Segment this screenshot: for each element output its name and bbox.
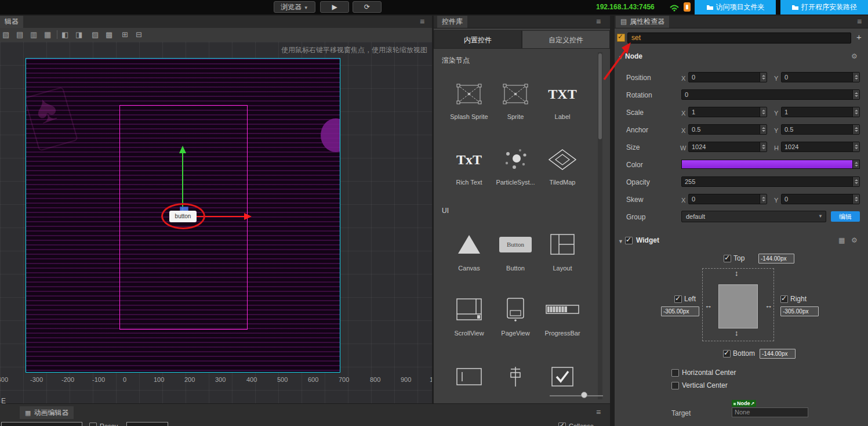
size-w-input[interactable]: 1024 bbox=[688, 142, 767, 152]
library-item-pageview[interactable] bbox=[493, 293, 537, 326]
library-item-tiledmap[interactable] bbox=[540, 143, 584, 176]
library-item-scrollview[interactable] bbox=[447, 293, 491, 326]
library-item-button[interactable]: Button bbox=[493, 228, 537, 261]
browser-dropdown[interactable]: 浏览器 ▼ bbox=[274, 1, 315, 13]
stepper[interactable] bbox=[852, 90, 859, 99]
position-y-input[interactable]: 0 bbox=[781, 72, 860, 82]
library-item-toggle[interactable] bbox=[540, 360, 584, 393]
group-edit-button[interactable]: 编辑 bbox=[831, 211, 860, 222]
vertical-center-checkbox[interactable] bbox=[671, 382, 679, 389]
group-dropdown[interactable]: default▼ bbox=[681, 211, 826, 222]
library-item-rich-text[interactable]: TxT bbox=[447, 143, 491, 176]
target-drop-field[interactable]: None bbox=[732, 407, 808, 417]
position-x-input[interactable]: 0 bbox=[688, 72, 767, 82]
scene-tool-icon-1[interactable]: ▧ bbox=[2, 30, 9, 39]
library-item-label[interactable]: TXT bbox=[540, 77, 584, 111]
scene-tool-icon-3[interactable]: ▥ bbox=[30, 30, 37, 39]
library-item-slider[interactable] bbox=[493, 360, 537, 393]
design-canvas[interactable]: ♠ button bbox=[26, 58, 340, 373]
scale-y-input[interactable]: 1 bbox=[781, 107, 860, 117]
animation-option-field[interactable] bbox=[126, 422, 168, 426]
color-swatch[interactable] bbox=[681, 160, 860, 169]
animation-panel-menu-icon[interactable]: ≡ bbox=[596, 408, 601, 416]
add-icon[interactable]: + bbox=[856, 33, 862, 41]
anchor-y-input[interactable]: 0.5 bbox=[781, 124, 860, 135]
animation-clip-field[interactable] bbox=[1, 422, 82, 426]
help-doc-icon[interactable]: ▦ bbox=[838, 236, 845, 244]
scene-tool-icon-2[interactable]: ▤ bbox=[16, 30, 23, 39]
library-item-progressbar[interactable] bbox=[540, 293, 584, 326]
library-panel-menu-icon[interactable]: ≡ bbox=[596, 17, 601, 26]
node-active-checkbox[interactable] bbox=[617, 34, 625, 42]
node-section-caret-icon[interactable]: ▼ bbox=[618, 53, 623, 62]
scene-tool-icon-7[interactable]: ▨ bbox=[92, 30, 99, 39]
scene-tool-icon-4[interactable]: ▦ bbox=[44, 30, 51, 39]
widget-right-value[interactable]: -305.00px bbox=[780, 306, 819, 316]
library-item-particlesystem[interactable] bbox=[493, 143, 537, 176]
inspector-panel-menu-icon[interactable]: ≡ bbox=[857, 17, 862, 26]
collapse-checkbox[interactable] bbox=[558, 423, 566, 426]
widget-enabled-checkbox[interactable] bbox=[625, 237, 633, 244]
control-library-tab[interactable]: 控件库 bbox=[437, 16, 467, 28]
tab-builtin-controls[interactable]: 内置控件 bbox=[434, 30, 522, 49]
library-item-editbox[interactable] bbox=[447, 360, 491, 393]
widget-top-checkbox[interactable] bbox=[724, 255, 731, 262]
icon-size-slider-knob[interactable] bbox=[581, 392, 587, 398]
library-item-sprite[interactable] bbox=[493, 77, 537, 111]
skew-x-input[interactable]: 0 bbox=[688, 194, 767, 204]
skew-y-input[interactable]: 0 bbox=[781, 194, 860, 204]
scale-x-input[interactable]: 1 bbox=[688, 107, 767, 117]
library-item-splash-sprite[interactable] bbox=[447, 77, 491, 111]
stepper[interactable] bbox=[760, 142, 767, 151]
widget-left-checkbox[interactable] bbox=[674, 295, 682, 303]
library-scrollbar-thumb[interactable] bbox=[598, 53, 602, 139]
size-h-input[interactable]: 1024 bbox=[781, 142, 860, 152]
animation-editor-tab[interactable]: ▦动画编辑器 bbox=[20, 406, 74, 419]
scene-tool-icon-8[interactable]: ▩ bbox=[106, 30, 112, 39]
opacity-input[interactable]: 255 bbox=[681, 176, 860, 187]
library-item-canvas[interactable] bbox=[447, 228, 491, 261]
refresh-button[interactable]: ⟳ bbox=[353, 1, 382, 13]
widget-section-caret-icon[interactable]: ▼ bbox=[618, 237, 623, 246]
stepper[interactable] bbox=[852, 125, 859, 134]
scene-panel-menu-icon[interactable]: ≡ bbox=[420, 17, 424, 26]
stepper[interactable] bbox=[852, 107, 859, 117]
open-project-folder-button[interactable]: 访问项目文件夹 bbox=[695, 0, 776, 15]
widget-bottom-checkbox[interactable] bbox=[723, 350, 731, 358]
widget-left-value[interactable]: -305.00px bbox=[661, 306, 699, 316]
gear-icon[interactable]: ⚙ bbox=[851, 236, 858, 244]
icon-size-slider-track[interactable] bbox=[550, 395, 603, 396]
open-install-path-button[interactable]: 打开程序安装路径 bbox=[780, 0, 868, 15]
y-axis-label: Y bbox=[774, 74, 778, 82]
properties-inspector-tab[interactable]: ▤属性检查器 bbox=[616, 16, 669, 28]
color-label: Color bbox=[626, 161, 643, 169]
recovery-checkbox[interactable] bbox=[89, 423, 97, 426]
rotation-input[interactable]: 0 bbox=[681, 89, 860, 100]
stepper[interactable] bbox=[760, 125, 767, 134]
widget-right-checkbox[interactable] bbox=[780, 295, 788, 303]
stepper[interactable] bbox=[760, 194, 767, 204]
stepper[interactable] bbox=[760, 107, 767, 117]
horizontal-center-checkbox[interactable] bbox=[671, 369, 679, 377]
stepper[interactable] bbox=[760, 73, 767, 82]
stepper[interactable] bbox=[852, 73, 859, 82]
play-button[interactable]: ▶ bbox=[320, 1, 349, 13]
anchor-x-input[interactable]: 0.5 bbox=[688, 124, 767, 135]
tab-custom-controls[interactable]: 自定义控件 bbox=[522, 30, 610, 49]
stepper[interactable] bbox=[852, 177, 859, 186]
gear-icon[interactable]: ⚙ bbox=[851, 52, 858, 60]
stepper[interactable] bbox=[852, 194, 859, 204]
stepper[interactable] bbox=[852, 160, 859, 168]
richtext-txt-icon: TxT bbox=[456, 152, 482, 168]
scene-tool-icon-5[interactable]: ◧ bbox=[61, 30, 68, 39]
scene-tool-icon-6[interactable]: ◨ bbox=[75, 30, 82, 39]
widget-bottom-value[interactable]: -144.00px bbox=[760, 349, 796, 359]
library-item-layout[interactable] bbox=[540, 228, 584, 261]
node-name-input[interactable]: set bbox=[627, 33, 851, 44]
scene-editor-tab[interactable]: 辑器 bbox=[0, 16, 23, 28]
widget-top-value[interactable]: -144.00px bbox=[758, 254, 794, 263]
scene-tool-icon-10[interactable]: ⊟ bbox=[136, 30, 142, 39]
scene-tool-icon-9[interactable]: ⊞ bbox=[122, 30, 128, 39]
preview-ip-address[interactable]: 192.168.1.43:7456 bbox=[596, 3, 655, 11]
stepper[interactable] bbox=[852, 142, 859, 151]
